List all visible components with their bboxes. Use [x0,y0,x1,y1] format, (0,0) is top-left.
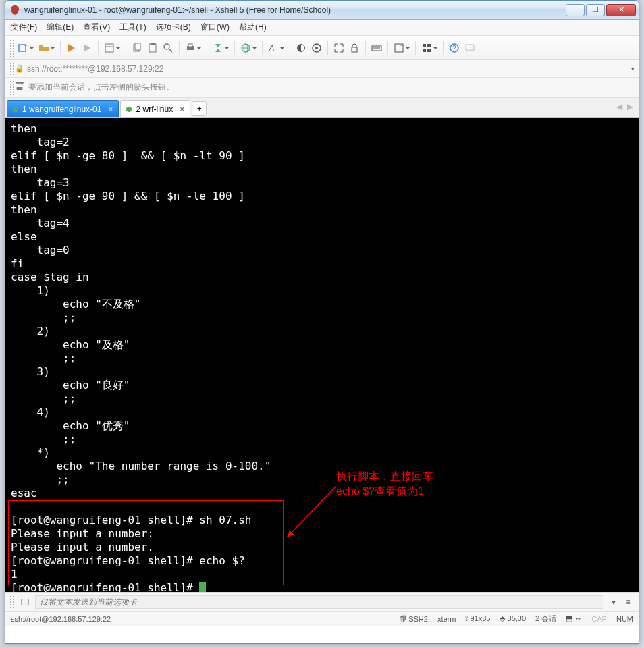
menu-tabs[interactable]: 选项卡(B) [156,22,191,33]
annotation-text: 执行脚本，直接回车 echo $?查看值为1 [336,469,433,499]
tabstrip: 1 wangruifenglinux-01 × 2 wrf-linux × + … [5,98,639,118]
app-icon [9,5,20,16]
svg-text:?: ? [452,45,456,52]
print-button[interactable] [183,39,203,57]
add-tab-button[interactable]: + [192,101,207,116]
tab-label: wrf-linux [142,105,173,114]
svg-line-30 [288,486,336,537]
svg-rect-5 [135,43,140,50]
settings-icon[interactable]: ≡ [622,596,635,608]
svg-rect-11 [188,44,192,47]
titlebar[interactable]: wangruifenglinux-01 - root@wangruifeng-0… [5,1,639,20]
status-term: xterm [437,615,456,623]
menu-edit[interactable]: 编辑(E) [47,22,74,33]
menubar: 文件(F) 编辑(E) 查看(V) 工具(T) 选项卡(B) 窗口(W) 帮助(… [5,20,639,36]
status-dot-icon [126,107,132,112]
svg-rect-2 [105,44,113,52]
copy-button[interactable] [130,39,144,57]
svg-text:+: + [400,43,404,49]
addressbar-grip[interactable] [9,62,14,76]
help-button[interactable]: ? [447,39,462,57]
layout-button[interactable]: + [392,39,412,57]
svg-text:+: + [24,43,28,49]
annotation-box [8,500,284,585]
lock-icon: 🔒 [15,64,24,73]
toolbar-grip[interactable] [9,39,14,57]
addressbar: 🔒 ssh://root:********@192.168.57.129:22 … [5,60,639,78]
theme2-button[interactable] [309,39,324,57]
svg-line-9 [169,49,172,52]
close-icon[interactable]: × [180,105,184,114]
connection-url[interactable]: ssh://root:********@192.168.57.129:22 [27,64,631,74]
tab-label: wangruifenglinux-01 [29,105,101,114]
keyboard-button[interactable] [369,39,384,57]
status-connection: ssh://root@192.168.57.129:22 [11,615,390,623]
terminal[interactable]: then tag=2 elif [ $n -ge 80 ] && [ $n -l… [5,118,639,592]
svg-rect-25 [427,44,431,47]
svg-rect-24 [423,44,426,47]
minimize-button[interactable]: — [566,4,585,16]
dropdown-icon[interactable]: ▾ [631,65,635,72]
find-button[interactable] [161,39,176,57]
menu-window[interactable]: 窗口(W) [200,22,230,33]
status-sessions: 2 会话 [535,614,556,624]
hint-text: 要添加当前会话，点击左侧的箭头按钮。 [28,82,174,93]
status-proto: 🗐 SSH2 [399,615,428,623]
menu-view[interactable]: 查看(V) [83,22,110,33]
statusbar: ssh://root@192.168.57.129:22 🗐 SSH2 xter… [5,611,639,626]
status-size: ⟟ 91x35 [465,614,490,623]
tab-2[interactable]: 2 wrf-linux × [120,100,190,117]
lock-button[interactable] [347,39,362,57]
status-dot-icon [13,107,18,112]
annotation-arrow-icon [282,483,343,543]
hintbar: 要添加当前会话，点击左侧的箭头按钮。 [5,78,639,98]
open-button[interactable] [36,39,57,57]
tile-button[interactable] [419,39,439,57]
input-strip: ▾ ≡ [5,592,639,611]
disconnect-button[interactable] [80,39,95,57]
tab-nav-arrows[interactable]: ◀ ▶ [616,102,635,111]
fullscreen-button[interactable] [331,39,346,57]
status-connections: ⬒ ↔ [566,614,582,623]
font-button[interactable]: A [266,39,286,57]
reconnect-button[interactable] [64,39,79,57]
menu-tools[interactable]: 工具(T) [119,22,146,33]
window-title: wangruifenglinux-01 - root@wangruifeng-0… [24,5,566,15]
close-icon[interactable]: × [108,105,113,114]
command-input[interactable] [35,595,603,609]
status-cap: CAP [591,615,607,623]
svg-rect-26 [423,49,426,52]
svg-point-18 [315,47,318,49]
svg-rect-19 [352,47,357,52]
chat-button[interactable] [462,39,477,57]
svg-text:A: A [268,43,275,53]
theme1-button[interactable] [294,39,308,57]
add-session-icon[interactable] [15,82,24,93]
svg-point-8 [164,44,169,49]
globe-button[interactable] [238,39,259,57]
transfer-button[interactable] [211,39,231,57]
svg-rect-31 [22,599,29,605]
send-target-icon[interactable] [19,596,31,608]
hintbar-grip[interactable] [9,80,14,95]
status-num: NUM [616,615,633,623]
svg-rect-27 [427,49,431,52]
svg-rect-7 [151,43,155,45]
status-pos: ⬘ 35,30 [500,614,526,623]
expand-icon[interactable]: ▾ [608,596,620,608]
close-button[interactable]: ✕ [606,4,636,16]
maximize-button[interactable]: ☐ [586,4,605,16]
input-grip[interactable] [9,595,14,609]
menu-help[interactable]: 帮助(H) [239,22,267,33]
menu-file[interactable]: 文件(F) [11,22,37,33]
new-session-button[interactable]: + [16,39,36,57]
toolbar: + A + ? [5,36,639,60]
properties-button[interactable] [102,39,122,57]
window-buttons: — ☐ ✕ [566,4,636,16]
paste-button[interactable] [145,39,160,57]
tab-1[interactable]: 1 wangruifenglinux-01 × [7,100,119,117]
app-window: wangruifenglinux-01 - root@wangruifeng-0… [5,0,639,644]
